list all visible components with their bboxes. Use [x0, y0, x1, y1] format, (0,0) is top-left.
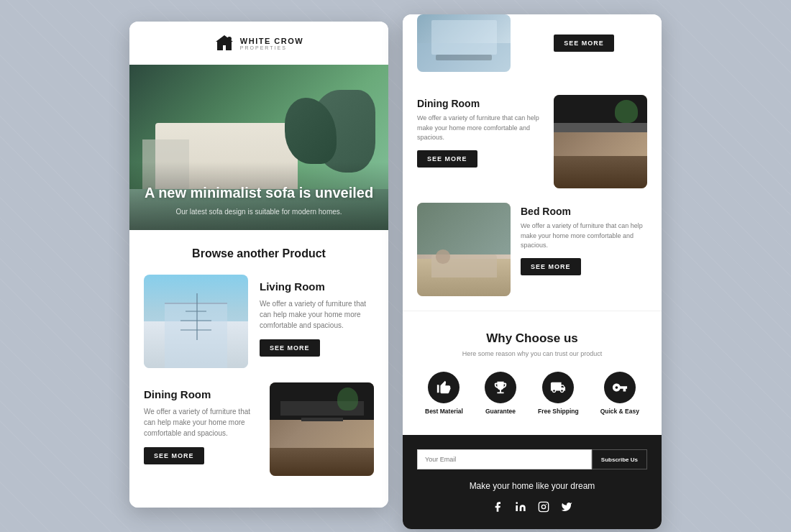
subscribe-button[interactable]: Subscribe Us	[592, 449, 647, 469]
email-input[interactable]	[417, 449, 592, 469]
svg-point-1	[227, 37, 232, 41]
twitter-icon[interactable]	[561, 501, 572, 515]
right-dining-desc: We offer a variety of furniture that can…	[417, 114, 544, 143]
social-icons-row	[417, 501, 647, 515]
brand-sub: PROPERTIES	[240, 45, 303, 50]
phone-header: WHITE CROW PROPERTIES	[129, 22, 388, 65]
top-see-more-btn[interactable]: SEE MORE	[554, 35, 614, 52]
product-row-living: Living Room We offer a variety of furnit…	[144, 275, 374, 368]
svg-point-2	[516, 502, 518, 504]
svg-rect-3	[539, 502, 548, 511]
right-dining-title: Dining Room	[417, 98, 544, 109]
why-subtitle: Here some reason why you can trust our p…	[417, 350, 647, 357]
why-section: Why Choose us Here some reason why you c…	[403, 311, 662, 435]
right-dining-image	[554, 95, 647, 188]
dining-room-see-more-btn[interactable]: SEE MORE	[144, 447, 204, 464]
best-material-label: Best Material	[425, 408, 463, 415]
guarantee-label: Guarantee	[485, 408, 516, 415]
instagram-icon[interactable]	[538, 501, 549, 515]
feature-guarantee: Guarantee	[485, 372, 516, 415]
brand-name: WHITE CROW	[240, 37, 303, 45]
living-room-desc: We offer a variety of furniture that can…	[260, 298, 374, 331]
living-room-info: Living Room We offer a variety of furnit…	[260, 275, 374, 357]
browse-section: Browse another Product Living Room	[129, 230, 388, 508]
top-product-row: SEE MORE	[417, 14, 647, 72]
hero-title: A new minimalist sofa is unveiled	[144, 183, 374, 202]
hero-overlay: A new minimalist sofa is unveiled Our la…	[129, 162, 388, 230]
dining-room-title: Dining Room	[144, 388, 258, 400]
hero-section: A new minimalist sofa is unveiled Our la…	[129, 65, 388, 230]
guarantee-icon	[485, 372, 516, 403]
brand-logo-icon	[214, 33, 234, 53]
quick-easy-label: Quick & Easy	[600, 408, 639, 415]
best-material-icon	[428, 372, 459, 403]
right-bedroom-desc: We offer a variety of furniture that can…	[521, 221, 647, 251]
top-product-image	[417, 14, 511, 72]
svg-point-4	[541, 505, 545, 508]
living-room-see-more-btn[interactable]: SEE MORE	[260, 339, 320, 357]
right-product-sections: Dining Room We offer a variety of furnit…	[403, 83, 662, 296]
living-room-title: Living Room	[260, 280, 374, 293]
hero-subtitle: Our latest sofa design is suitable for m…	[144, 208, 374, 216]
right-phone: SEE MORE Dining Room We offer a variety …	[403, 14, 662, 529]
right-bedroom-row: Bed Room We offer a variety of furniture…	[417, 203, 647, 296]
right-bedroom-image	[417, 203, 511, 296]
top-btn-container: SEE MORE	[521, 14, 647, 72]
dining-room-desc: We offer a variety of furniture that can…	[144, 406, 258, 439]
facebook-icon[interactable]	[492, 501, 503, 515]
feature-free-shipping: Free Shipping	[538, 372, 579, 415]
free-shipping-icon	[542, 372, 574, 403]
right-bedroom-title: Bed Room	[521, 206, 647, 217]
free-shipping-label: Free Shipping	[538, 408, 579, 415]
email-subscription-row: Subscribe Us	[417, 449, 647, 469]
footer-section: Subscribe Us Make your home like your dr…	[403, 435, 662, 529]
right-top-section: SEE MORE	[403, 14, 662, 83]
left-phone: WHITE CROW PROPERTIES A new minimalist s…	[129, 22, 388, 508]
feature-quick-easy: Quick & Easy	[600, 372, 639, 415]
right-dining-see-more-btn[interactable]: SEE MORE	[417, 150, 477, 168]
feature-best-material: Best Material	[425, 372, 463, 415]
svg-point-5	[546, 504, 547, 505]
dining-room-info: Dining Room We offer a variety of furnit…	[144, 382, 258, 464]
linkedin-icon[interactable]	[515, 501, 526, 515]
quick-easy-icon	[604, 372, 636, 403]
browse-title: Browse another Product	[144, 247, 374, 260]
right-dining-info: Dining Room We offer a variety of furnit…	[417, 95, 544, 168]
living-room-image	[144, 275, 248, 368]
brand-logo-text: WHITE CROW PROPERTIES	[240, 37, 303, 50]
dining-room-image	[270, 382, 374, 476]
right-bedroom-see-more-btn[interactable]: SEE MORE	[521, 258, 581, 275]
product-row-dining: Dining Room We offer a variety of furnit…	[144, 382, 374, 476]
right-bedroom-info: Bed Room We offer a variety of furniture…	[521, 203, 647, 275]
right-dining-row: Dining Room We offer a variety of furnit…	[417, 95, 647, 188]
features-row: Best Material Guarantee Free Shipping	[417, 372, 647, 415]
footer-tagline: Make your home like your dream	[417, 481, 647, 491]
why-title: Why Choose us	[417, 331, 647, 346]
